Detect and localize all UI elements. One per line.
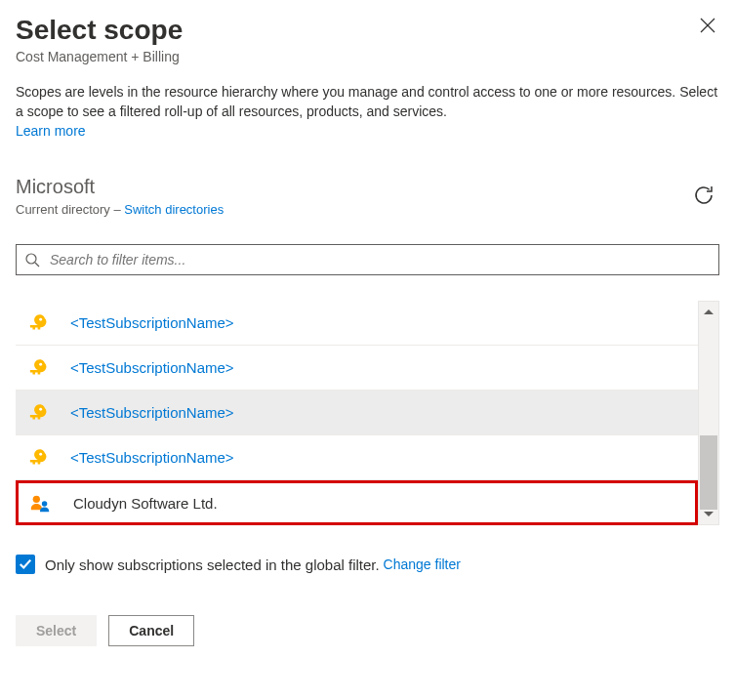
scroll-up-button[interactable] (699, 302, 718, 323)
key-icon (25, 311, 49, 335)
svg-point-5 (39, 363, 42, 366)
switch-directories-link[interactable]: Switch directories (124, 202, 224, 217)
key-icon (25, 401, 49, 425)
scope-row[interactable]: <TestSubscriptionName> (16, 435, 698, 480)
description-text: Scopes are levels in the resource hierar… (16, 84, 717, 119)
checkmark-icon (19, 557, 32, 571)
current-directory-label: Current directory (16, 202, 110, 217)
scope-row-label: <TestSubscriptionName> (70, 314, 234, 331)
change-filter-link[interactable]: Change filter (384, 556, 461, 572)
search-icon (24, 252, 40, 268)
filter-label: Only show subscriptions selected in the … (45, 556, 380, 573)
svg-point-4 (39, 318, 42, 321)
chevron-down-icon (704, 509, 714, 518)
scope-row[interactable]: <TestSubscriptionName> (16, 301, 698, 346)
search-box[interactable] (16, 244, 719, 275)
scrollbar[interactable] (698, 301, 719, 525)
svg-point-7 (39, 453, 42, 456)
svg-line-3 (35, 263, 39, 267)
description-block: Scopes are levels in the resource hierar… (16, 82, 719, 142)
scope-row-label: <TestSubscriptionName> (70, 404, 234, 421)
scope-row[interactable]: <TestSubscriptionName> (16, 391, 698, 435)
refresh-button[interactable] (688, 180, 719, 214)
close-button[interactable] (696, 14, 719, 40)
panel-title: Select scope (16, 14, 696, 47)
global-filter-checkbox[interactable] (16, 555, 35, 574)
select-button[interactable]: Select (16, 615, 97, 646)
scroll-thumb[interactable] (700, 435, 717, 510)
search-input[interactable] (48, 251, 711, 268)
close-icon (700, 18, 715, 33)
svg-point-6 (39, 408, 42, 411)
svg-point-2 (26, 254, 36, 264)
refresh-icon (692, 184, 715, 207)
panel-subtitle: Cost Management + Billing (16, 49, 696, 64)
scope-row-label: <TestSubscriptionName> (70, 449, 234, 466)
directory-name: Microsoft (16, 176, 688, 198)
chevron-up-icon (704, 308, 714, 317)
scope-row-label: Cloudyn Software Ltd. (73, 495, 218, 512)
learn-more-link[interactable]: Learn more (16, 123, 86, 139)
scope-row[interactable]: <TestSubscriptionName> (16, 346, 698, 391)
scope-row-label: <TestSubscriptionName> (70, 359, 234, 376)
scope-list: <TestSubscriptionName><TestSubscriptionN… (16, 301, 698, 525)
key-icon (25, 356, 49, 380)
scroll-track[interactable] (699, 323, 718, 503)
scope-row[interactable]: Cloudyn Software Ltd. (16, 480, 698, 525)
cancel-button[interactable]: Cancel (108, 615, 194, 646)
key-icon (25, 446, 49, 470)
org-icon (28, 491, 52, 515)
